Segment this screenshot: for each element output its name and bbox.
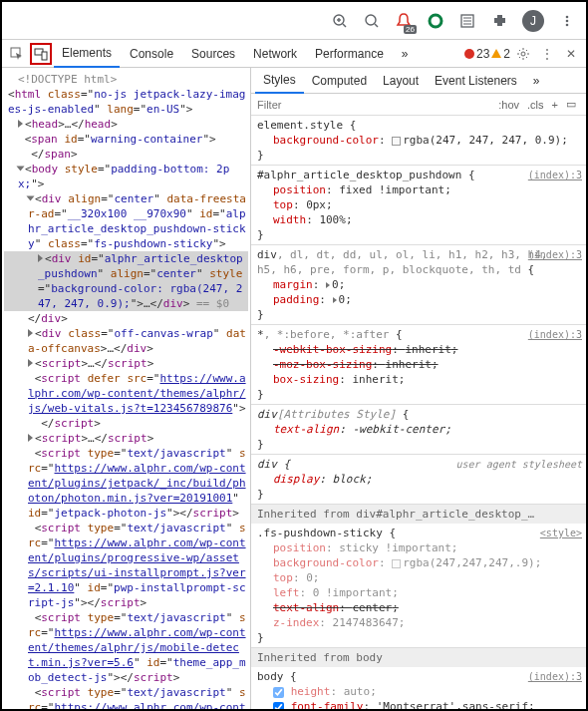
css-rule[interactable]: user agent stylesheet div { display: blo… (251, 455, 586, 505)
dom-node[interactable]: <div class="off-canvas-wrap" data-offcan… (4, 326, 248, 356)
kebab-icon[interactable]: ⋮ (536, 43, 558, 65)
styles-tab-bar: Styles Computed Layout Event Listeners » (251, 68, 586, 94)
reader-icon[interactable] (458, 12, 476, 30)
zoom-icon[interactable] (363, 12, 381, 30)
dom-node[interactable]: <script type="text/javascript" src="http… (4, 521, 248, 610)
dom-node[interactable]: <script type="text/javascript" src="http… (4, 685, 248, 709)
tab-elements[interactable]: Elements (54, 40, 120, 68)
inspect-icon[interactable] (6, 43, 28, 65)
dom-node[interactable]: </div> (4, 311, 248, 326)
css-rule[interactable]: (index):3 #alphr_article_desktop_pushdow… (251, 166, 586, 245)
error-indicator[interactable]: 23 (464, 47, 489, 61)
tab-styles[interactable]: Styles (255, 68, 304, 94)
svg-point-11 (566, 15, 569, 18)
panel-toggle-icon[interactable]: ▭ (562, 98, 580, 111)
dom-node[interactable]: <head>…</head> (4, 117, 248, 132)
css-rule[interactable]: (index):3 body { height: auto; font-fami… (251, 667, 586, 709)
dom-node[interactable]: <html class="no-js jetpack-lazy-images-j… (4, 87, 248, 117)
avatar[interactable]: J (522, 10, 544, 32)
dom-node[interactable]: <script type="text/javascript" src="http… (4, 446, 248, 521)
extensions-icon[interactable] (490, 12, 508, 30)
dom-node-selected[interactable]: <div id="alphr_article_desktop_pushdown"… (4, 251, 248, 311)
css-rule[interactable]: (index):3 div, dl, dt, dd, ul, ol, li, h… (251, 245, 586, 325)
rule-source-label: user agent stylesheet (456, 457, 582, 472)
rule-source-link[interactable]: (index):3 (528, 247, 582, 262)
filter-input[interactable] (257, 99, 494, 111)
dom-node[interactable]: <!DOCTYPE html> (4, 72, 248, 87)
styles-panel: Styles Computed Layout Event Listeners »… (251, 68, 586, 709)
expand-icon[interactable] (333, 297, 337, 303)
tab-event-listeners[interactable]: Event Listeners (427, 69, 525, 93)
css-rule[interactable]: element.style { background-color: rgba(2… (251, 116, 586, 166)
filter-bar: :hov .cls + ▭ (251, 94, 586, 116)
browser-toolbar: 26 J (2, 2, 586, 40)
dom-node[interactable]: <script>…</script> (4, 356, 248, 371)
warning-indicator[interactable]: 2 (491, 47, 510, 61)
inherited-divider: Inherited from body (251, 648, 586, 667)
inherited-divider: Inherited from div#alphr_article_desktop… (251, 505, 586, 524)
css-rules[interactable]: element.style { background-color: rgba(2… (251, 116, 586, 709)
dom-node[interactable]: <script type="text/javascript" src="http… (4, 610, 248, 685)
css-rule[interactable]: (index):3 *, *:before, *:after { -webkit… (251, 325, 586, 405)
color-swatch[interactable] (392, 137, 401, 146)
svg-point-4 (366, 15, 376, 25)
svg-point-6 (430, 15, 441, 27)
tab-performance[interactable]: Performance (307, 41, 392, 67)
dom-node[interactable]: <div align="center" data-freestar-ad="__… (4, 191, 248, 251)
color-swatch[interactable] (392, 559, 401, 568)
new-rule-icon[interactable]: + (548, 99, 562, 111)
expand-icon[interactable] (326, 282, 330, 288)
svg-line-1 (343, 24, 346, 27)
rule-source-link[interactable]: (index):3 (528, 168, 582, 182)
hov-toggle[interactable]: :hov (494, 99, 523, 111)
rule-source-link[interactable]: (index):3 (528, 327, 582, 342)
css-rule[interactable]: <style> .fs-pushdown-sticky { position: … (251, 524, 586, 648)
dom-node[interactable]: <script>…</script> (4, 431, 248, 446)
tab-console[interactable]: Console (122, 41, 181, 67)
svg-point-17 (521, 52, 525, 56)
property-checkbox[interactable] (273, 687, 284, 698)
svg-point-12 (566, 19, 569, 22)
svg-rect-16 (42, 52, 47, 60)
rule-source-link[interactable]: <style> (540, 526, 582, 540)
dom-node[interactable]: <span id="warning-container"> </span> (4, 132, 248, 162)
gear-icon[interactable] (512, 43, 534, 65)
zoom-out-icon[interactable] (331, 12, 349, 30)
bell-icon[interactable]: 26 (395, 12, 413, 30)
elements-tree[interactable]: <!DOCTYPE html> <html class="no-js jetpa… (2, 68, 251, 709)
dom-node[interactable]: <body style="padding-bottom: 2px;"> (4, 162, 248, 191)
svg-point-13 (566, 23, 569, 26)
tab-more-icon[interactable]: » (525, 69, 548, 93)
cls-toggle[interactable]: .cls (523, 99, 548, 111)
tab-more-icon[interactable]: » (394, 41, 417, 67)
tab-computed[interactable]: Computed (304, 69, 375, 93)
dom-node[interactable]: <script defer src="https://www.alphr.com… (4, 371, 248, 431)
svg-line-5 (375, 24, 378, 27)
device-toggle-icon[interactable] (30, 43, 52, 65)
tab-sources[interactable]: Sources (183, 41, 243, 67)
rule-source-link[interactable]: (index):3 (528, 669, 582, 684)
tab-network[interactable]: Network (245, 41, 305, 67)
close-icon[interactable]: ✕ (560, 43, 582, 65)
property-checkbox[interactable] (273, 702, 284, 710)
menu-icon[interactable] (558, 12, 576, 30)
css-rule[interactable]: div[Attributes Style] { text-align: -web… (251, 405, 586, 455)
notification-count: 26 (404, 25, 417, 34)
circle-icon[interactable] (427, 12, 444, 30)
tab-layout[interactable]: Layout (375, 69, 427, 93)
devtools-tab-bar: Elements Console Sources Network Perform… (2, 40, 586, 68)
